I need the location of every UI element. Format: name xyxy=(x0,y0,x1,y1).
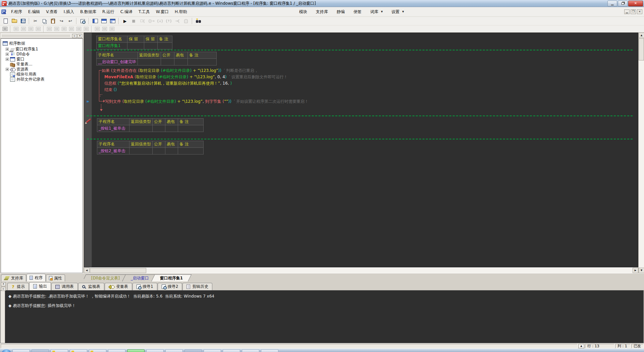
new-button[interactable] xyxy=(1,17,10,25)
step-over-button[interactable]: {}→ xyxy=(147,17,155,25)
table-row[interactable]: _按钮1_被单击 xyxy=(97,125,204,132)
taskbar-item[interactable] xyxy=(32,349,49,352)
open-button[interactable] xyxy=(10,17,18,25)
undo-button[interactable]: ↩ xyxy=(66,17,74,25)
code-line[interactable]: 如果 (文件是否存在 (取特定目录 (#临时文件目录) + “\123.log”… xyxy=(102,68,258,73)
taskbar-item[interactable] xyxy=(108,349,125,352)
code-line[interactable]: MoveFileExA (取特定目录 (#临时文件目录) + “\123.log… xyxy=(104,74,288,80)
tab-hints[interactable]: ?提示 xyxy=(7,283,29,290)
table-row[interactable]: _按钮2_被单击 xyxy=(97,148,204,155)
align-left-button[interactable] xyxy=(12,26,19,32)
mdi-minimize-button[interactable]: ▁ xyxy=(624,9,630,14)
paste-button[interactable] xyxy=(49,17,57,25)
expand-plus-icon[interactable] xyxy=(6,68,9,71)
tree-item-dll-commands[interactable]: Dll命令 xyxy=(3,52,82,57)
subroutine-name-cell[interactable]: _按钮1_被单击 xyxy=(97,125,129,132)
code-line[interactable]: 结束 () xyxy=(104,87,117,92)
run-button[interactable]: ▶ xyxy=(121,17,129,25)
tree-item-resource-table[interactable]: 资源表 xyxy=(3,67,82,72)
output-close-button[interactable]: × xyxy=(1,282,6,286)
align-bottom-button[interactable] xyxy=(35,26,42,32)
pause-button[interactable] xyxy=(182,17,190,25)
tree-item-program-data[interactable]: 程序数据 xyxy=(3,41,82,46)
cut-button[interactable]: ✂ xyxy=(31,17,40,25)
subroutine-name-cell[interactable]: _按钮2_被单击 xyxy=(97,148,129,155)
form-designer-button[interactable] xyxy=(1,26,8,32)
close-button[interactable]: ✕ xyxy=(628,1,643,6)
code-line[interactable]: 写到文件 (取特定目录 (#临时文件目录) + “\123.log”, 到字节集… xyxy=(105,99,309,104)
same-size-button[interactable] xyxy=(101,26,108,32)
view-both-panels-button[interactable] xyxy=(108,17,117,25)
tab-support-library[interactable]: 支持库 xyxy=(1,274,26,281)
tab-search2[interactable]: 搜寻2 xyxy=(158,283,182,290)
stop-button[interactable]: ■ xyxy=(129,17,138,25)
taskbar-item[interactable] xyxy=(204,349,221,352)
redo-button[interactable]: ↪ xyxy=(57,17,66,25)
taskbar-item[interactable] xyxy=(242,349,259,352)
copy-button[interactable] xyxy=(40,17,48,25)
tab-dll-definition-table[interactable]: [Dll命令定义表] xyxy=(84,274,128,281)
restore-button[interactable] xyxy=(618,1,628,6)
subroutine-name-cell[interactable]: __启动窗口_创建完毕 xyxy=(97,59,138,65)
menu-compile[interactable]: C.编译 xyxy=(117,8,136,16)
horizontal-scroll-thumb[interactable] xyxy=(90,268,146,273)
menu-note[interactable]: 便签 xyxy=(349,8,366,16)
panel-close-button[interactable]: × xyxy=(77,34,82,38)
tab-program[interactable]: 程序 xyxy=(26,274,46,281)
find-in-code-button[interactable] xyxy=(78,17,87,25)
taskbar-item[interactable] xyxy=(70,349,87,352)
menu-module[interactable]: 模块 xyxy=(295,8,312,16)
menu-insert[interactable]: I.插入 xyxy=(61,8,77,16)
tree-item-module-ref-table[interactable]: 模块引用表 xyxy=(3,72,82,77)
tree-item-window[interactable]: 窗口 xyxy=(3,57,82,62)
menu-lexicon[interactable]: 词库▼ xyxy=(366,8,387,16)
taskbar-item[interactable] xyxy=(89,349,106,352)
scroll-up-button[interactable]: ▲ xyxy=(639,33,644,38)
taskbar-item[interactable] xyxy=(165,349,183,352)
center-vertical-button[interactable] xyxy=(53,26,60,32)
expand-plus-icon[interactable] xyxy=(6,58,9,61)
align-middle-button[interactable] xyxy=(60,26,67,32)
tree-item-window-assembly[interactable]: 窗口程序集1 xyxy=(3,47,82,52)
taskbar-item[interactable] xyxy=(12,349,30,352)
tab-search1[interactable]: 搜寻1 xyxy=(132,283,157,290)
menu-static-compile[interactable]: 静编 xyxy=(332,8,349,16)
center-horizontal-button[interactable] xyxy=(46,26,53,32)
taskbar-item[interactable] xyxy=(146,349,164,352)
size-both-button[interactable] xyxy=(108,26,115,32)
menu-window[interactable]: W.窗口 xyxy=(153,8,172,16)
scroll-left-button[interactable]: ◀ xyxy=(84,268,90,273)
menu-run[interactable]: R.运行 xyxy=(99,8,117,16)
tab-clip-history[interactable]: 剪辑历史 xyxy=(182,283,212,290)
mdi-close-button[interactable]: × xyxy=(637,9,642,14)
view-output-panel-button[interactable] xyxy=(100,17,108,25)
expand-plus-icon[interactable] xyxy=(6,53,9,56)
start-orb-icon[interactable] xyxy=(2,349,11,352)
align-top-button[interactable] xyxy=(27,26,34,32)
run-to-cursor-button[interactable]: →{ xyxy=(173,17,181,25)
code-line[interactable]: 信息框 (“您没有重新启动计算机，请重新启动计算机后再使用！”, 16, ) xyxy=(104,81,232,86)
scroll-right-button[interactable]: ▶ xyxy=(633,268,638,273)
tab-watch-table[interactable]: 监视表 xyxy=(78,283,104,290)
space-across-button[interactable] xyxy=(68,26,75,32)
find-all-button[interactable] xyxy=(194,17,203,25)
debug-monitor-button[interactable]: ☐{ xyxy=(138,17,147,25)
output-float-button[interactable]: ▫ xyxy=(1,287,6,291)
same-height-button[interactable] xyxy=(83,26,90,32)
output-gutter[interactable] xyxy=(1,291,5,343)
table-row[interactable]: __启动窗口_创建完毕 xyxy=(97,59,217,65)
taskbar-item[interactable] xyxy=(223,349,240,352)
code-editor[interactable]: 窗口程序集名 保 留 保 留 备 注 窗口程序集1 子程序名 返回值类型 公开 xyxy=(84,33,638,267)
mdi-restore-button[interactable]: ❐ xyxy=(631,9,636,14)
menu-tools[interactable]: T.工具 xyxy=(136,8,153,16)
menu-settings[interactable]: 设置▼ xyxy=(387,8,408,16)
taskbar-item[interactable] xyxy=(51,349,68,352)
menu-help[interactable]: H.帮助 xyxy=(172,8,190,16)
step-into-button[interactable]: {↓} xyxy=(156,17,164,25)
view-left-panel-button[interactable] xyxy=(91,17,99,25)
save-button[interactable] xyxy=(19,17,27,25)
menu-view[interactable]: V.查看 xyxy=(43,8,60,16)
same-width-button[interactable] xyxy=(94,26,101,32)
taskbar-item[interactable] xyxy=(127,349,145,352)
align-right-button[interactable] xyxy=(20,26,27,32)
